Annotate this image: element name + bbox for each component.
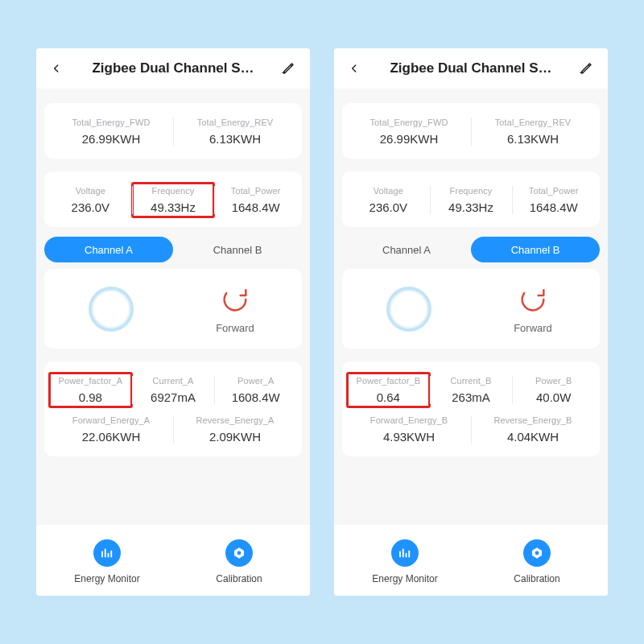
metric-label: Power_A bbox=[219, 376, 292, 386]
reverse-energy: Reverse_Energy_A 2.09KWH bbox=[173, 412, 297, 447]
metric-label: Total_Power bbox=[517, 186, 590, 196]
metric-label: Power_factor_B bbox=[352, 376, 425, 386]
metric-value: 49.33Hz bbox=[137, 200, 210, 214]
metric-value: 4.04KWH bbox=[476, 430, 590, 444]
metric-value: 26.99KWH bbox=[54, 132, 168, 146]
phone-right: Zigbee Dual Channel S… Total_Energy_FWD … bbox=[334, 48, 608, 596]
tab-channel-b[interactable]: Channel B bbox=[173, 237, 302, 262]
metric-value: 1648.4W bbox=[219, 200, 292, 214]
rotate-forward-icon bbox=[219, 283, 251, 316]
power: Power_A 1608.4W bbox=[214, 373, 297, 407]
frequency: Frequency 49.33Hz bbox=[132, 183, 215, 217]
metric-label: Total_Power bbox=[219, 186, 292, 196]
metric-label: Voltage bbox=[54, 186, 127, 196]
chevron-left-icon bbox=[51, 63, 62, 74]
metric-value: 22.06KWH bbox=[54, 430, 168, 444]
metric-value: 2.09KWH bbox=[178, 430, 292, 444]
gear-icon bbox=[225, 539, 253, 567]
energy-monitor-button[interactable]: Energy Monitor bbox=[339, 539, 471, 584]
metric-label: Reverse_Energy_B bbox=[476, 415, 590, 425]
total-energy-rev: Total_Energy_REV 6.13KWH bbox=[173, 114, 297, 149]
power-factor: Power_factor_B 0.64 bbox=[347, 373, 430, 407]
reverse-energy: Reverse_Energy_B 4.04KWH bbox=[471, 412, 595, 447]
tool-label: Calibration bbox=[216, 573, 262, 584]
metric-label: Frequency bbox=[435, 186, 508, 196]
metric-label: Current_B bbox=[435, 376, 508, 386]
metric-value: 236.0V bbox=[352, 200, 425, 214]
metric-label: Forward_Energy_A bbox=[54, 415, 168, 425]
metric-label: Total_Energy_FWD bbox=[54, 118, 168, 127]
metric-value: 1648.4W bbox=[517, 200, 590, 214]
edit-button[interactable] bbox=[276, 61, 295, 76]
tab-channel-a[interactable]: Channel A bbox=[44, 237, 173, 262]
tab-channel-a[interactable]: Channel A bbox=[342, 237, 471, 262]
metric-label: Total_Energy_FWD bbox=[352, 118, 466, 127]
back-button[interactable] bbox=[51, 63, 70, 74]
tool-label: Calibration bbox=[514, 573, 559, 584]
metric-label: Reverse_Energy_A bbox=[178, 415, 292, 425]
back-button[interactable] bbox=[349, 63, 368, 74]
gear-icon bbox=[523, 539, 551, 567]
page-title: Zigbee Dual Channel S… bbox=[70, 60, 276, 76]
metric-value: 0.64 bbox=[352, 390, 425, 404]
metric-value: 6.13KWH bbox=[178, 132, 292, 146]
total-power: Total_Power 1648.4W bbox=[512, 183, 595, 217]
electrical-card: Voltage 236.0V Frequency 49.33Hz Total_P… bbox=[44, 171, 302, 227]
loader-ring-icon bbox=[386, 287, 431, 332]
svg-point-1 bbox=[237, 551, 242, 555]
rotate-forward-icon bbox=[517, 283, 549, 316]
current: Current_A 6927mA bbox=[132, 373, 215, 407]
tool-label: Energy Monitor bbox=[74, 573, 139, 584]
total-energy-fwd: Total_Energy_FWD 26.99KWH bbox=[49, 114, 173, 149]
tool-label: Energy Monitor bbox=[372, 573, 437, 584]
direction-slot: Forward bbox=[471, 283, 595, 334]
metric-label: Power_factor_A bbox=[54, 376, 127, 386]
header: Zigbee Dual Channel S… bbox=[334, 48, 608, 89]
metric-value: 236.0V bbox=[54, 200, 127, 214]
power-factor: Power_factor_A 0.98 bbox=[49, 373, 132, 407]
power: Power_B 40.0W bbox=[512, 373, 595, 407]
calibration-button[interactable]: Calibration bbox=[173, 539, 305, 584]
chart-icon bbox=[93, 539, 121, 567]
voltage: Voltage 236.0V bbox=[49, 183, 132, 217]
channel-metrics-card: Power_factor_A 0.98 Current_A 6927mA Pow… bbox=[44, 361, 302, 456]
metric-value: 263mA bbox=[435, 390, 508, 404]
channel-tabs: Channel A Channel B bbox=[342, 237, 600, 262]
calibration-button[interactable]: Calibration bbox=[471, 539, 603, 584]
electrical-card: Voltage 236.0V Frequency 49.33Hz Total_P… bbox=[342, 171, 600, 227]
metric-label: Power_B bbox=[517, 376, 590, 386]
svg-point-3 bbox=[535, 551, 539, 555]
direction-label: Forward bbox=[216, 322, 254, 334]
chevron-left-icon bbox=[349, 63, 360, 74]
metric-value: 6.13KWH bbox=[476, 132, 590, 146]
metric-label: Forward_Energy_B bbox=[352, 415, 466, 425]
tab-channel-b[interactable]: Channel B bbox=[471, 237, 600, 262]
pencil-icon bbox=[281, 61, 295, 76]
channel-visual: Forward bbox=[342, 269, 600, 349]
forward-energy: Forward_Energy_A 22.06KWH bbox=[49, 412, 173, 447]
metric-value: 40.0W bbox=[517, 390, 590, 404]
metric-value: 49.33Hz bbox=[435, 200, 508, 214]
metric-value: 1608.4W bbox=[219, 390, 292, 404]
loader-ring-icon bbox=[89, 287, 134, 332]
spinner-slot bbox=[49, 287, 173, 332]
bottom-tools: Energy Monitor Calibration bbox=[36, 525, 310, 596]
total-power: Total_Power 1648.4W bbox=[214, 183, 297, 217]
header: Zigbee Dual Channel S… bbox=[36, 48, 310, 89]
metric-label: Frequency bbox=[137, 186, 210, 196]
bottom-tools: Energy Monitor Calibration bbox=[334, 525, 608, 596]
total-energy-fwd: Total_Energy_FWD 26.99KWH bbox=[347, 114, 471, 149]
energy-monitor-button[interactable]: Energy Monitor bbox=[41, 539, 173, 584]
spinner-slot bbox=[347, 287, 471, 332]
frequency: Frequency 49.33Hz bbox=[430, 183, 513, 217]
metric-value: 26.99KWH bbox=[352, 132, 466, 146]
phone-left: Zigbee Dual Channel S… Total_Energy_FWD … bbox=[36, 48, 310, 596]
totals-card: Total_Energy_FWD 26.99KWH Total_Energy_R… bbox=[342, 103, 600, 159]
direction-label: Forward bbox=[514, 322, 552, 334]
direction-slot: Forward bbox=[173, 283, 297, 334]
page-title: Zigbee Dual Channel S… bbox=[368, 60, 574, 76]
metric-label: Current_A bbox=[137, 376, 210, 386]
metric-label: Voltage bbox=[352, 186, 425, 196]
edit-button[interactable] bbox=[574, 61, 593, 76]
channel-visual: Forward bbox=[44, 269, 302, 349]
